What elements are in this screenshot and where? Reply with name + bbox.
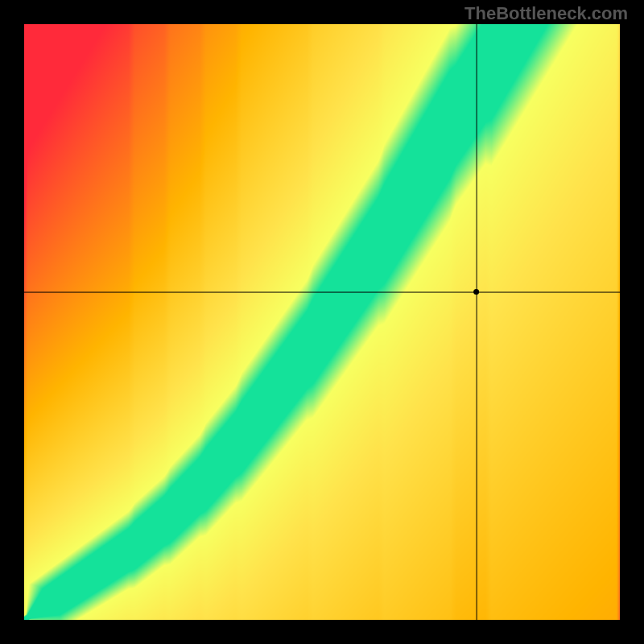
bottleneck-heatmap (24, 24, 620, 620)
watermark-text: TheBottleneck.com (464, 3, 628, 24)
heatmap-canvas (24, 24, 620, 620)
